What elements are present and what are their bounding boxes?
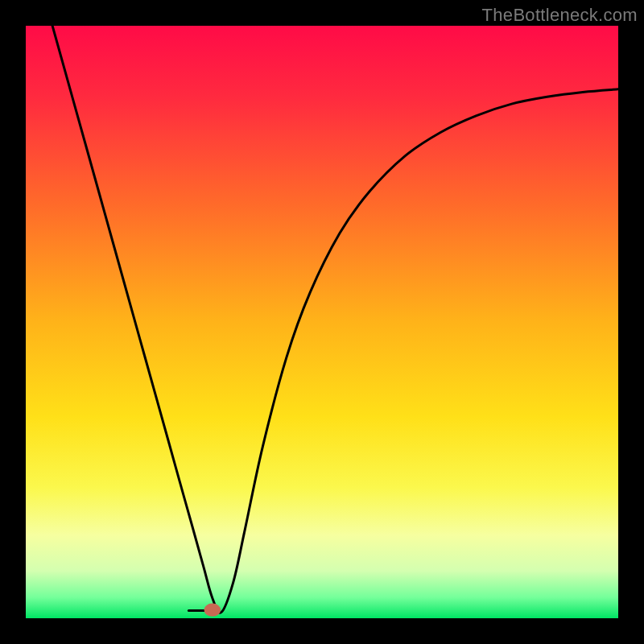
chart-background: [26, 26, 618, 618]
chart-frame: TheBottleneck.com: [0, 0, 644, 644]
watermark-text: TheBottleneck.com: [482, 5, 638, 26]
optimal-point-marker: [204, 604, 221, 617]
chart-plot-area: [26, 26, 618, 618]
chart-svg: [26, 26, 618, 618]
